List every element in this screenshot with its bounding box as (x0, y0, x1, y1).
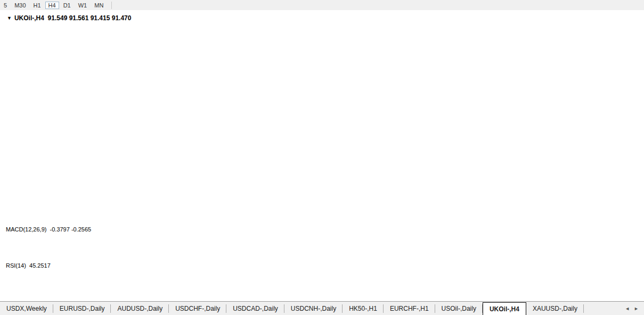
rsi-indicator-label: RSI(14) 45.2517 (6, 262, 51, 269)
macd-indicator-label: MACD(12,26,9) -0.3797 -0.2565 (6, 226, 91, 233)
chart-ohlc-values: 91.549 91.561 91.415 91.470 (48, 14, 132, 22)
tab-scroll-right-icon[interactable]: ► (634, 306, 639, 311)
chart-header: ▼UKOil-,H4 91.549 91.561 91.415 91.470 (7, 14, 131, 22)
chart-tab-hk50-h1[interactable]: HK50-,H1 (343, 302, 384, 315)
macd-values: -0.3797 -0.2565 (50, 226, 92, 233)
chart-tab-usdx-weekly[interactable]: USDX,Weekly (0, 302, 53, 315)
chart-canvas (0, 0, 644, 315)
chart-tab-ukoil-h4[interactable]: UKOil-,H4 (483, 302, 526, 315)
chart-tab-eurchf-h1[interactable]: EURCHF-,H1 (384, 302, 435, 315)
chart-dropdown-icon[interactable]: ▼ (7, 15, 12, 21)
chart-tab-usdcad-daily[interactable]: USDCAD-,Daily (226, 302, 284, 315)
mt4-window: 5M30H1H4D1W1MN ▼UKOil-,H4 91.549 91.561 … (0, 0, 644, 315)
macd-name: MACD(12,26,9) (6, 226, 46, 233)
chart-tab-xauusd-daily[interactable]: XAUUSD-,Daily (526, 302, 584, 315)
chart-tab-bar: USDX,WeeklyEURUSD-,DailyAUDUSD-,DailyUSD… (0, 301, 644, 315)
chart-tab-audusd-daily[interactable]: AUDUSD-,Daily (111, 302, 169, 315)
rsi-name: RSI(14) (6, 262, 26, 269)
chart-tab-eurusd-daily[interactable]: EURUSD-,Daily (53, 302, 111, 315)
chart-symbol-timeframe: UKOil-,H4 (14, 14, 44, 22)
chart-background (0, 10, 644, 301)
rsi-value: 45.2517 (29, 262, 51, 269)
chart-tab-usdchf-daily[interactable]: USDCHF-,Daily (169, 302, 226, 315)
tab-scroll-left-icon[interactable]: ◄ (625, 306, 630, 311)
chart-tab-usoil-daily[interactable]: USOil-,Daily (435, 302, 483, 315)
chart-tab-usdcnh-daily[interactable]: USDCNH-,Daily (284, 302, 343, 315)
tab-scroll-controls: ◄► (619, 302, 644, 315)
